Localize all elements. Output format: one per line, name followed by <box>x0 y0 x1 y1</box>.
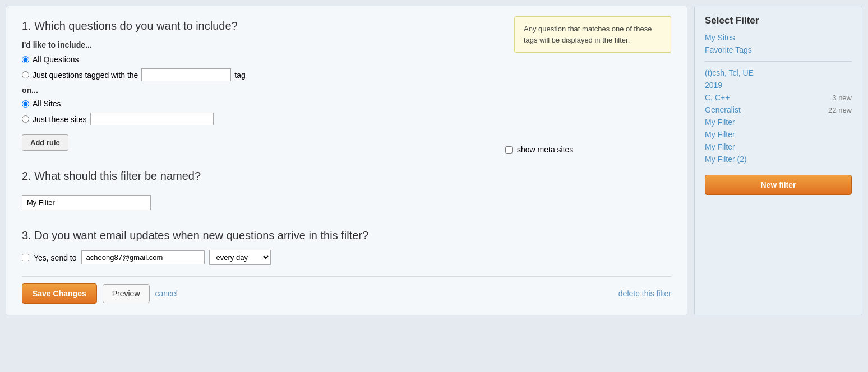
filter-list-item: C, C++3 new <box>705 93 852 102</box>
sidebar: Select Filter My Sites Favorite Tags (t)… <box>694 6 862 315</box>
show-meta-checkbox[interactable] <box>505 146 513 154</box>
tagged-questions-row: Just questions tagged with the tag <box>22 68 671 81</box>
just-sites-row: Just these sites <box>22 113 671 125</box>
tag-suffix: tag <box>234 71 245 80</box>
filter-item-link[interactable]: C, C++ <box>705 93 730 102</box>
filter-item-badge: 3 new <box>832 94 852 102</box>
filter-item-link[interactable]: My Filter <box>705 142 735 151</box>
filter-item-link[interactable]: My Filter <box>705 130 735 139</box>
tooltip-text: Any question that matches one of these t… <box>524 25 652 44</box>
filter-item-link[interactable]: 2019 <box>705 81 722 90</box>
section3-title: 3. Do you want email updates when new qu… <box>22 229 671 242</box>
email-row: Yes, send to every day every week every … <box>22 250 671 265</box>
all-sites-row: All Sites <box>22 99 671 108</box>
section2: 2. What should this filter be named? <box>22 170 671 221</box>
filter-list-item: My Filter <box>705 118 852 127</box>
show-meta-row: show meta sites <box>505 145 573 154</box>
filter-list: (t)csh, Tcl, UE2019C, C++3 newGeneralist… <box>705 68 852 164</box>
filter-item-badge: 22 new <box>828 106 852 114</box>
delete-filter-link[interactable]: delete this filter <box>618 289 671 298</box>
filter-list-item: (t)csh, Tcl, UE <box>705 68 852 77</box>
section2-title: 2. What should this filter be named? <box>22 170 671 183</box>
tooltip-box: Any question that matches one of these t… <box>514 16 671 53</box>
filter-list-item: 2019 <box>705 81 852 90</box>
tagged-questions-label: Just questions tagged with the <box>33 71 138 80</box>
filter-item-link[interactable]: (t)csh, Tcl, UE <box>705 68 754 77</box>
main-panel: Any question that matches one of these t… <box>6 6 687 315</box>
radio-tagged-questions[interactable] <box>22 71 29 78</box>
new-filter-button[interactable]: New filter <box>705 175 852 195</box>
sites-input[interactable] <box>90 113 214 125</box>
filter-list-item: Generalist22 new <box>705 105 852 114</box>
tag-input[interactable] <box>141 68 231 81</box>
add-rule-button[interactable]: Add rule <box>22 134 68 151</box>
all-questions-label: All Questions <box>33 55 79 64</box>
all-questions-row: All Questions <box>22 55 671 64</box>
radio-all-sites[interactable] <box>22 100 29 108</box>
filter-list-item: My Filter <box>705 142 852 151</box>
frequency-select[interactable]: every day every week every 3 days <box>209 250 271 265</box>
section3: 3. Do you want email updates when new qu… <box>22 229 671 265</box>
preview-button[interactable]: Preview <box>103 284 150 303</box>
sites-radio-group: All Sites Just these sites <box>22 99 671 125</box>
filter-item-link[interactable]: My Filter <box>705 118 735 127</box>
all-sites-label: All Sites <box>33 99 61 108</box>
sidebar-nav-my-sites[interactable]: My Sites <box>705 33 852 42</box>
filter-name-input[interactable] <box>22 195 151 210</box>
sidebar-divider <box>705 61 852 62</box>
filter-item-link[interactable]: Generalist <box>705 105 741 114</box>
question-radio-group: All Questions Just questions tagged with… <box>22 55 671 81</box>
bottom-bar: Save Changes Preview cancel delete this … <box>22 276 671 304</box>
filter-list-item: My Filter <box>705 130 852 139</box>
email-input[interactable] <box>81 250 205 264</box>
sidebar-nav-favorite-tags[interactable]: Favorite Tags <box>705 45 852 54</box>
radio-just-sites[interactable] <box>22 115 29 123</box>
bottom-left-actions: Save Changes Preview cancel <box>22 283 178 304</box>
sidebar-title: Select Filter <box>705 15 852 26</box>
show-meta-label: show meta sites <box>517 145 573 154</box>
on-label: on... <box>22 86 671 95</box>
cancel-link[interactable]: cancel <box>155 289 178 298</box>
email-yes-checkbox[interactable] <box>22 254 29 261</box>
email-yes-label: Yes, send to <box>34 253 77 262</box>
radio-all-questions[interactable] <box>22 56 29 63</box>
just-sites-label: Just these sites <box>33 115 87 124</box>
filter-item-link[interactable]: My Filter (2) <box>705 155 747 164</box>
save-changes-button[interactable]: Save Changes <box>22 283 97 304</box>
filter-list-item: My Filter (2) <box>705 155 852 164</box>
